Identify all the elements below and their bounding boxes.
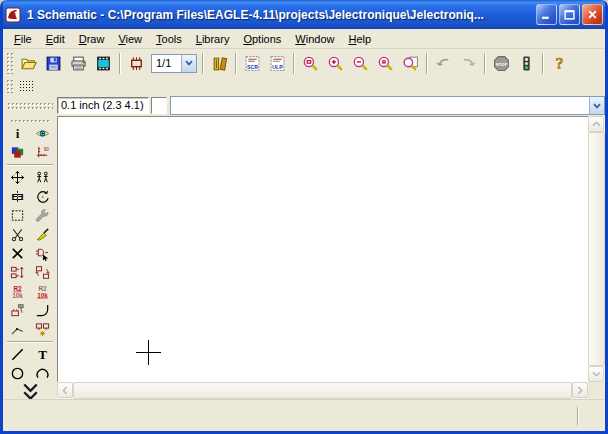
toolbar-open-button[interactable] <box>17 52 40 75</box>
toolbar-save-button[interactable] <box>42 52 65 75</box>
scroll-left-button[interactable] <box>57 382 73 398</box>
chevron-down-icon <box>593 103 601 109</box>
tool-invoke-button[interactable] <box>30 320 55 339</box>
horizontal-scroll-thumb[interactable] <box>73 382 572 399</box>
tool-show-button[interactable] <box>30 124 55 143</box>
minimize-button[interactable] <box>536 4 557 25</box>
toolbar-cam-button[interactable] <box>92 52 115 75</box>
toolbar-zoom-in-button[interactable] <box>324 52 347 75</box>
tool-cut-button[interactable] <box>5 225 30 244</box>
menu-help[interactable]: Help <box>341 31 378 47</box>
horizontal-scrollbar[interactable] <box>57 382 588 399</box>
tool-paste-button[interactable] <box>30 225 55 244</box>
menu-library[interactable]: Library <box>189 31 237 47</box>
resize-grip[interactable] <box>600 426 602 428</box>
invoke-icon <box>35 322 50 337</box>
command-combo[interactable] <box>170 96 605 115</box>
toolbar-print-button[interactable] <box>67 52 90 75</box>
command-bar-handle[interactable] <box>7 102 53 109</box>
menu-tools[interactable]: Tools <box>149 31 189 47</box>
undo-icon <box>435 55 452 72</box>
horizontal-scroll-track[interactable] <box>73 382 572 399</box>
toolbar-separator <box>426 53 428 74</box>
tool-gateswap-button[interactable] <box>30 263 55 282</box>
menu-view[interactable]: View <box>111 31 149 47</box>
pinswap-icon <box>10 265 25 280</box>
toolbar-board-button[interactable] <box>125 52 148 75</box>
toolbar-ulp-button[interactable]: ULP <box>266 52 289 75</box>
toolbar-handle[interactable] <box>6 79 13 93</box>
grid-button[interactable] <box>16 78 36 94</box>
vertical-scrollbar[interactable] <box>588 116 605 382</box>
tool-miter-button[interactable] <box>30 301 55 320</box>
svg-text:SCR: SCR <box>247 63 258 69</box>
board-icon <box>128 55 145 72</box>
command-dropdown-button[interactable] <box>589 97 604 114</box>
toolbar-traffic-light-button[interactable] <box>515 52 538 75</box>
toolbar-zoom-out-button[interactable] <box>349 52 372 75</box>
scroll-right-button[interactable] <box>572 382 588 398</box>
toolbar-zoom-redraw-button[interactable] <box>399 52 422 75</box>
scroll-down-button[interactable] <box>588 366 604 382</box>
close-button[interactable] <box>582 4 603 25</box>
toolbar-zoom-select-button[interactable] <box>374 52 397 75</box>
toolbar-separator <box>484 53 486 74</box>
tool-split-button[interactable] <box>5 320 30 339</box>
maximize-icon <box>564 9 575 20</box>
toolbar-script-button[interactable]: SCR <box>241 52 264 75</box>
tool-group-button[interactable] <box>5 206 30 225</box>
toolbar-redo-button[interactable] <box>457 52 480 75</box>
menu-window[interactable]: Window <box>288 31 341 47</box>
tool-change-button[interactable] <box>30 206 55 225</box>
toolbar-library-button[interactable] <box>208 52 231 75</box>
toolbar-help-button[interactable]: ? <box>548 52 571 75</box>
scrollbar-corner <box>588 382 605 399</box>
title-bar[interactable]: 1 Schematic - C:\Program Files\EAGLE-4.1… <box>0 0 608 29</box>
menu-edit[interactable]: Edit <box>39 31 72 47</box>
zoom-redraw-icon <box>402 55 419 72</box>
tool-move-button[interactable] <box>5 168 30 187</box>
menu-file[interactable]: File <box>7 31 39 47</box>
more-tools-button[interactable] <box>18 384 43 399</box>
tool-mirror-button[interactable]: EE <box>5 187 30 206</box>
sheet-selector[interactable]: 1/1 <box>151 54 197 73</box>
vertical-scroll-track[interactable] <box>588 132 605 366</box>
menu-draw[interactable]: Draw <box>72 31 112 47</box>
svg-text:E: E <box>11 192 17 202</box>
toolbar-handle[interactable] <box>6 52 13 74</box>
main-toolbar: 1/1SCRULPSTOP? <box>3 49 605 77</box>
tool-palette: i90EER210kR210kT <box>3 116 57 399</box>
cam-processor-icon <box>95 55 112 72</box>
toolbar-undo-button[interactable] <box>432 52 455 75</box>
toolbar-separator <box>202 53 204 74</box>
command-input[interactable] <box>171 97 589 114</box>
tool-wire-button[interactable] <box>5 345 30 364</box>
palette-handle[interactable] <box>10 119 50 122</box>
menu-options[interactable]: Options <box>236 31 288 47</box>
tool-add-button[interactable] <box>30 244 55 263</box>
tool-smash-button[interactable] <box>5 301 30 320</box>
tool-text-button[interactable]: T <box>30 345 55 364</box>
tool-value-button[interactable]: R210k <box>30 282 55 301</box>
tool-rotate-button[interactable] <box>30 187 55 206</box>
maximize-button[interactable] <box>559 4 580 25</box>
redo-icon <box>460 55 477 72</box>
zoom-select-icon <box>377 55 394 72</box>
scroll-up-button[interactable] <box>588 116 604 132</box>
tool-pinswap-button[interactable] <box>5 263 30 282</box>
tool-name-button[interactable]: R210k <box>5 282 30 301</box>
move-icon <box>10 170 25 185</box>
tool-copy-button[interactable] <box>30 168 55 187</box>
svg-text:i: i <box>16 126 20 141</box>
modifier-box <box>151 97 167 114</box>
tool-info-button[interactable]: i <box>5 124 30 143</box>
sheet-dropdown-button[interactable] <box>181 55 196 72</box>
schematic-canvas[interactable] <box>57 116 588 382</box>
tool-delete-button[interactable] <box>5 244 30 263</box>
show-eye-icon <box>35 126 50 141</box>
toolbar-zoom-fit-button[interactable] <box>299 52 322 75</box>
vertical-scroll-thumb[interactable] <box>588 132 605 366</box>
tool-mark-button[interactable]: 90 <box>30 143 55 162</box>
toolbar-stop-button[interactable]: STOP <box>490 52 513 75</box>
tool-display-button[interactable] <box>5 143 30 162</box>
